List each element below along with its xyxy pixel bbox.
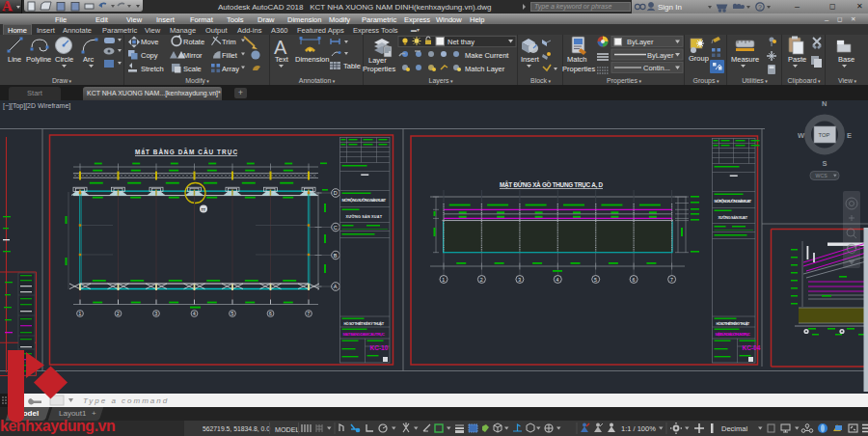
svg-text:Decimal: Decimal	[721, 424, 747, 433]
svg-text:W: W	[798, 131, 805, 140]
svg-text:Properties: Properties	[363, 65, 395, 73]
svg-text:Arc: Arc	[83, 55, 95, 64]
svg-text:5: 5	[231, 312, 233, 316]
svg-text:XƯỜNG SẢN XUẤT: XƯỜNG SẢN XUẤT	[719, 215, 748, 220]
svg-text:WCS: WCS	[816, 173, 828, 178]
svg-text:2: 2	[117, 312, 120, 316]
svg-text:N: N	[822, 100, 827, 108]
svg-text:Make Current: Make Current	[465, 51, 509, 60]
svg-text:Fillet: Fillet	[222, 51, 238, 60]
svg-text:?: ?	[758, 4, 762, 11]
svg-text:4: 4	[556, 277, 559, 283]
svg-text:Scale: Scale	[183, 65, 202, 73]
svg-text:5: 5	[594, 277, 597, 283]
svg-text:KC-04: KC-04	[743, 344, 761, 351]
svg-text:Rotate: Rotate	[183, 38, 204, 46]
svg-text:TOP: TOP	[819, 132, 830, 138]
svg-text:1:1 / 100%: 1:1 / 100%	[621, 424, 656, 433]
svg-text:Base: Base	[838, 55, 854, 64]
svg-text:1: 1	[442, 277, 445, 283]
svg-text:6: 6	[269, 312, 272, 316]
svg-text:4: 4	[193, 312, 196, 316]
svg-text:1: 1	[78, 312, 81, 316]
svg-text:MẬT ĐỨNG XÀ GỒ THUNG TRỤC: MẬT ĐỨNG XÀ GỒ THUNG TRỤC	[716, 332, 751, 337]
svg-text:Array: Array	[222, 65, 239, 73]
svg-text:Dimension: Dimension	[295, 55, 329, 64]
svg-text:Contin...: Contin...	[643, 64, 670, 72]
svg-text:MỞ RỘNG XƯỜNG SẢN XUẤT: MỞ RỘNG XƯỜNG SẢN XUẤT	[715, 199, 752, 204]
svg-text:C: C	[334, 225, 338, 231]
svg-text:XƯỜNG SẢN XUẤT: XƯỜNG SẢN XUẤT	[346, 214, 383, 219]
svg-text:Text: Text	[275, 55, 289, 64]
svg-text:HỒ SƠ THIẾT KẾ KỲ THUẬT: HỒ SƠ THIẾT KẾ KỲ THUẬT	[344, 321, 385, 326]
svg-text:Polyline: Polyline	[26, 55, 51, 64]
svg-text:MẬT ĐỨNG XÀ GỒ THUNG TRỤC A, D: MẬT ĐỨNG XÀ GỒ THUNG TRỤC A, D	[500, 179, 603, 189]
svg-text:Measure: Measure	[731, 55, 759, 64]
svg-text:Table: Table	[343, 62, 361, 70]
svg-text:Copy: Copy	[141, 51, 158, 60]
svg-text:Mirror: Mirror	[183, 51, 203, 60]
svg-text:MỞ RỘNG XƯỜNG SẢN XUẤT: MỞ RỘNG XƯỜNG SẢN XUẤT	[342, 198, 387, 203]
svg-text:Group: Group	[689, 54, 709, 63]
svg-text:S: S	[823, 159, 827, 168]
svg-text:3: 3	[154, 312, 157, 316]
svg-text:ByLayer: ByLayer	[627, 38, 654, 46]
svg-text:Net thay: Net thay	[448, 38, 475, 46]
svg-text:A: A	[334, 284, 338, 289]
svg-text:Line: Line	[8, 55, 21, 64]
svg-text:KC-10: KC-10	[370, 344, 389, 351]
svg-text:3: 3	[518, 277, 521, 283]
svg-text:MắT BẰNG DẦM CẦU TRỤC: MắT BẰNG DẦM CẦU TRỤC	[135, 147, 237, 155]
svg-text:2: 2	[480, 277, 483, 283]
svg-text:Paste: Paste	[788, 55, 806, 64]
svg-text:HỒ SƠ THIẾT KẾ KỲ THUẬT: HỒ SƠ THIẾT KẾ KỲ THUẬT	[717, 321, 750, 326]
svg-text:E: E	[847, 131, 852, 140]
svg-text:Properties: Properties	[562, 65, 595, 73]
svg-text:Match: Match	[567, 55, 586, 64]
svg-text:7: 7	[670, 277, 673, 283]
svg-text:ByLayer: ByLayer	[647, 51, 674, 60]
svg-text:B: B	[334, 253, 338, 259]
svg-text:Move: Move	[141, 38, 158, 46]
svg-text:Match Layer: Match Layer	[465, 65, 505, 73]
svg-text:7: 7	[307, 312, 310, 316]
svg-text:Trim: Trim	[222, 38, 236, 46]
svg-text:D: D	[334, 190, 338, 196]
svg-text:6: 6	[632, 277, 635, 283]
svg-text:Circle: Circle	[55, 55, 73, 64]
svg-text:Insert: Insert	[521, 55, 540, 64]
svg-text:Stretch: Stretch	[141, 65, 164, 73]
svg-text:Layer: Layer	[368, 56, 387, 65]
svg-text:MẰT BẰNG DẦM CẦU TRỤC: MẰT BẰNG DẦM CẦU TRỤC	[343, 332, 386, 337]
